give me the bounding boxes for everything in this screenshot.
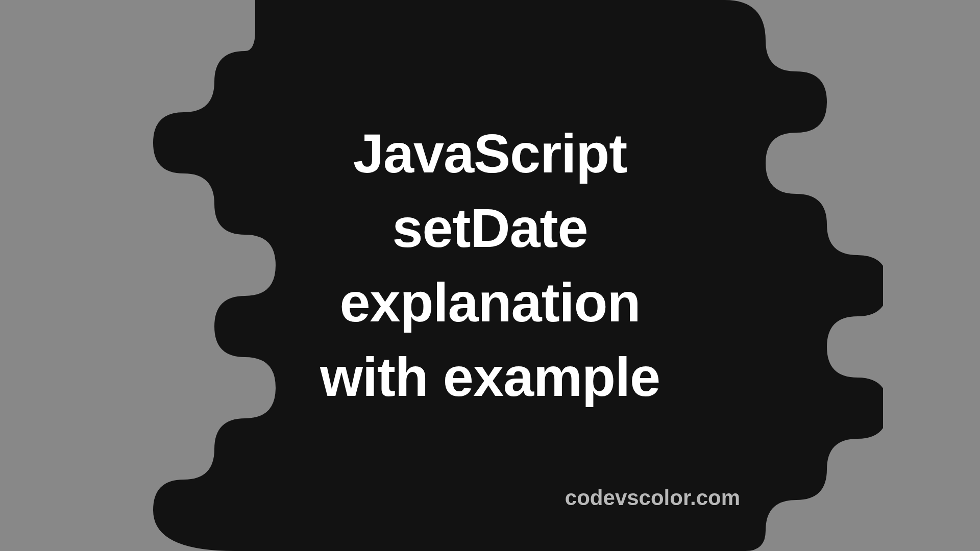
title-line-1: JavaScript: [320, 116, 660, 191]
title-line-2: setDate: [320, 191, 660, 265]
title-line-3: explanation: [320, 265, 660, 340]
title-line-4: with example: [320, 340, 660, 414]
site-label: codevscolor.com: [565, 486, 740, 510]
banner-card: JavaScript setDate explanation with exam…: [97, 0, 883, 551]
content-area: JavaScript setDate explanation with exam…: [97, 0, 883, 551]
banner-title: JavaScript setDate explanation with exam…: [320, 116, 660, 414]
